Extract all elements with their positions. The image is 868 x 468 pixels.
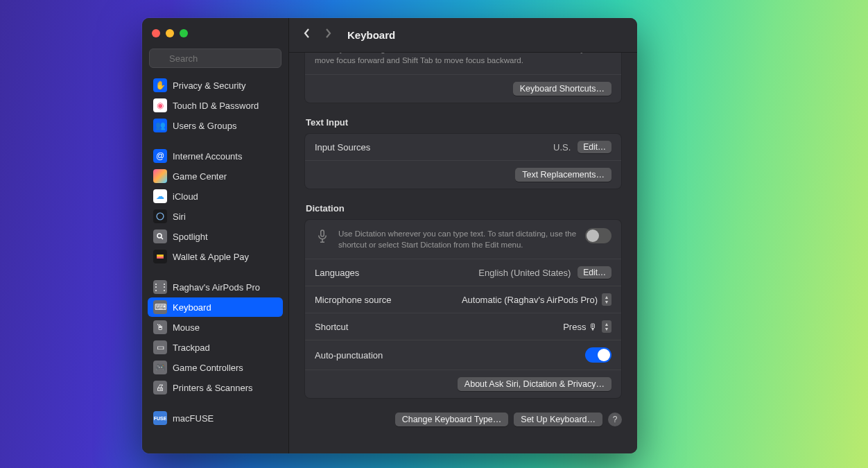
svg-line-4 [161,237,163,239]
dictation-group: Use Dictation wherever you can type text… [304,219,622,399]
text-replacements-button[interactable]: Text Replacements… [515,168,611,182]
microphone-source-label: Microphone source [315,295,392,305]
printer-icon: 🖨 [153,381,167,395]
sidebar-item-game-center[interactable]: Game Center [148,166,283,186]
sidebar-item-label: Siri [173,211,186,222]
settings-scroll-pane[interactable]: Use keyboard navigation to move focus be… [289,53,637,453]
chevron-updown-icon: ▲▼ [602,293,611,306]
hand-icon: ✋ [153,78,167,92]
shortcut-value: Press 🎙 [563,322,598,332]
window-controls [142,18,288,49]
keyboard-navigation-group: Use keyboard navigation to move focus be… [304,53,622,103]
set-up-keyboard-button[interactable]: Set Up Keyboard… [514,413,602,426]
languages-edit-button[interactable]: Edit… [578,266,611,279]
input-sources-value: U.S. [553,142,571,153]
microphone-icon [315,229,330,244]
sidebar-item-siri[interactable]: Siri [148,207,283,226]
change-keyboard-type-button[interactable]: Change Keyboard Type… [395,413,509,426]
keyboard-icon: ⌨ [153,300,167,314]
input-sources-edit-button[interactable]: Edit… [578,141,611,153]
languages-row: Languages English (United States) Edit… [305,259,621,286]
wallet-icon [153,250,167,263]
sidebar-item-label: Internet Accounts [173,151,242,162]
languages-label: Languages [315,268,359,278]
airpods-icon: ⋮⋮ [153,280,167,294]
sidebar-item-users[interactable]: 👥 Users & Groups [148,116,283,135]
back-button[interactable] [302,28,313,42]
auto-punctuation-toggle[interactable] [585,347,611,363]
sidebar-item-label: Users & Groups [173,121,236,131]
dictation-toggle[interactable] [585,228,611,243]
sidebar: ✋ Privacy & Security ◉ Touch ID & Passwo… [142,18,289,453]
sidebar-item-spotlight[interactable]: Spotlight [148,227,283,246]
sidebar-item-printers[interactable]: 🖨 Printers & Scanners [148,378,283,397]
keyboard-shortcuts-button[interactable]: Keyboard Shortcuts… [513,82,611,96]
minimize-window-button[interactable] [166,29,174,37]
sidebar-item-label: Privacy & Security [173,80,245,91]
microphone-source-value: Automatic (Raghav's AirPods Pro) [462,295,598,305]
sidebar-item-label: macFUSE [173,413,214,424]
sidebar-item-label: Wallet & Apple Pay [173,252,249,262]
search-input[interactable] [149,49,281,68]
icloud-icon: ☁ [153,189,167,203]
zoom-window-button[interactable] [180,29,188,37]
dictation-heading: Dictation [306,203,622,214]
users-icon: 👥 [153,119,167,132]
text-input-heading: Text Input [306,117,622,128]
help-button[interactable]: ? [608,413,622,426]
spotlight-icon [153,229,167,243]
shortcut-select[interactable]: Press 🎙 ▲▼ [563,320,611,333]
forward-button[interactable] [322,28,333,42]
sidebar-item-keyboard[interactable]: ⌨ Keyboard [148,297,283,317]
dictation-enable-row: Use Dictation wherever you can type text… [305,220,621,259]
sidebar-item-wallet[interactable]: Wallet & Apple Pay [148,247,283,266]
content-header: Keyboard [289,18,637,53]
languages-value: English (United States) [478,268,571,278]
gamecenter-icon [153,169,167,183]
sidebar-item-label: iCloud [173,191,198,202]
sidebar-item-trackpad[interactable]: ▭ Trackpad [148,338,283,357]
controller-icon: 🎮 [153,361,167,374]
sidebar-item-mouse[interactable]: 🖱 Mouse [148,318,283,337]
keyboard-navigation-description: Use keyboard navigation to move focus be… [315,53,611,66]
text-input-group: Input Sources U.S. Edit… Text Replacemen… [304,133,622,189]
sidebar-item-label: Keyboard [173,302,211,313]
sidebar-item-label: Printers & Scanners [173,383,253,393]
about-dictation-privacy-button[interactable]: About Ask Siri, Dictation & Privacy… [458,377,611,391]
fingerprint-icon: ◉ [153,98,167,112]
sidebar-item-internet-accounts[interactable]: @ Internet Accounts [148,146,283,166]
footer-buttons: Change Keyboard Type… Set Up Keyboard… ? [304,413,622,426]
sidebar-item-icloud[interactable]: ☁ iCloud [148,187,283,206]
sidebar-item-macfuse[interactable]: FUSE macFUSE [148,408,283,428]
input-sources-row[interactable]: Input Sources U.S. Edit… [305,134,621,160]
auto-punctuation-row: Auto-punctuation [305,340,621,370]
system-settings-window: ✋ Privacy & Security ◉ Touch ID & Passwo… [142,18,637,453]
svg-rect-7 [321,230,324,236]
sidebar-item-label: Game Center [173,171,227,182]
sidebar-item-game-controllers[interactable]: 🎮 Game Controllers [148,358,283,377]
mouse-icon: 🖱 [153,320,167,334]
microphone-source-row: Microphone source Automatic (Raghav's Ai… [305,286,621,313]
fuse-icon: FUSE [153,411,167,425]
input-sources-label: Input Sources [315,142,370,153]
at-icon: @ [153,149,167,163]
auto-punctuation-label: Auto-punctuation [315,350,383,361]
close-window-button[interactable] [152,29,160,37]
page-title: Keyboard [347,29,395,41]
sidebar-item-airpods[interactable]: ⋮⋮ Raghav's AirPods Pro [148,277,283,297]
sidebar-item-label: Trackpad [173,343,210,353]
svg-rect-6 [157,257,164,259]
sidebar-item-label: Touch ID & Password [173,101,259,111]
siri-icon [153,209,167,223]
trackpad-icon: ▭ [153,340,167,354]
sidebar-list[interactable]: ✋ Privacy & Security ◉ Touch ID & Passwo… [142,73,288,453]
sidebar-item-label: Game Controllers [173,363,243,373]
sidebar-item-touchid[interactable]: ◉ Touch ID & Password [148,96,283,115]
microphone-source-select[interactable]: Automatic (Raghav's AirPods Pro) ▲▼ [462,293,611,306]
svg-rect-5 [157,254,164,257]
shortcut-row: Shortcut Press 🎙 ▲▼ [305,313,621,340]
chevron-updown-icon: ▲▼ [602,320,611,333]
dictation-description: Use Dictation wherever you can type text… [338,228,577,250]
sidebar-item-privacy[interactable]: ✋ Privacy & Security [148,76,283,95]
sidebar-item-label: Raghav's AirPods Pro [173,282,260,293]
